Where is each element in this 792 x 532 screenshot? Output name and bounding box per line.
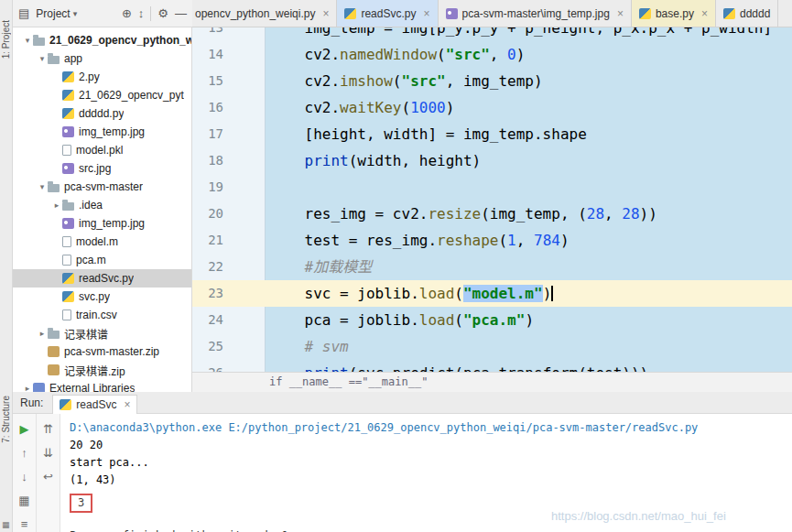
soft-wrap-button[interactable]: ↩: [40, 469, 57, 483]
zip-icon: [48, 346, 60, 357]
tree-item--idea[interactable]: ▸.idea: [13, 196, 191, 214]
close-tab-icon[interactable]: ×: [423, 7, 429, 20]
chevron-down-icon[interactable]: ▾: [37, 54, 48, 63]
tree-item-model-pkl[interactable]: model.pkl: [13, 141, 191, 159]
line-number: 17: [192, 121, 223, 147]
tab-label: opencv_python_weiqi.py: [195, 7, 315, 20]
code-token: ): [560, 232, 570, 249]
scroll-up-button[interactable]: ↑: [16, 445, 33, 460]
tool-windows-corner-icon[interactable]: ▦: [2, 520, 10, 529]
tree-item-label: img_temp.jpg: [79, 125, 145, 138]
editor-tab-readsvc-py[interactable]: readSvc.py×: [337, 0, 438, 27]
code-line-25[interactable]: 25 # svm: [192, 333, 792, 360]
locate-file-icon[interactable]: ⊕: [122, 7, 132, 19]
jump-to-top-button[interactable]: ⇈: [40, 421, 57, 436]
rerun-button[interactable]: ▶: [16, 421, 33, 436]
code-token: 1000: [410, 99, 446, 116]
code-token: 28: [622, 205, 639, 223]
code-line-23[interactable]: 23 svc = joblib.load("model.m"): [192, 280, 792, 307]
editor-tab-opencv-python-weiqi-py[interactable]: opencv_python_weiqi.py×: [192, 0, 337, 27]
console-input-value[interactable]: 3: [70, 494, 92, 513]
run-tab-label: readSvc: [76, 398, 116, 411]
folder-icon: [48, 56, 60, 64]
tool-stripe-structure-button[interactable]: 7: Structure: [1, 396, 12, 443]
console-menu-button[interactable]: ≡: [16, 516, 33, 531]
tree-item--zip[interactable]: 记录棋谱.zip: [13, 361, 191, 379]
code-line-17[interactable]: 17 [height, width] = img_temp.shape: [192, 121, 792, 147]
code-line-19[interactable]: 19: [192, 174, 792, 201]
tree-item-pca-m[interactable]: pca.m: [13, 251, 191, 269]
tree-item-img-temp-jpg[interactable]: img_temp.jpg: [13, 123, 191, 141]
breadcrumb-scope[interactable]: if __name__ =="__main__": [269, 375, 428, 388]
tree-item-svc-py[interactable]: svc.py: [13, 288, 191, 306]
code-token: namedWindow: [340, 46, 437, 63]
folder-icon: [48, 331, 60, 339]
close-tab-icon[interactable]: ×: [617, 7, 624, 20]
code-line-24[interactable]: 24 pca = joblib.load("pca.m"): [192, 307, 792, 333]
code-line-21[interactable]: 21 test = res_img.reshape(1, 784): [192, 227, 792, 254]
project-view-dropdown[interactable]: Project ▾: [36, 7, 77, 20]
tree-item-train-csv[interactable]: train.csv: [13, 306, 191, 324]
collapse-all-icon[interactable]: ↕: [138, 7, 145, 19]
code-line-26[interactable]: 26 print(svc.predict(pca.transform(test)…: [192, 360, 792, 372]
jump-to-end-button[interactable]: ⇊: [40, 445, 57, 460]
tree-item--[interactable]: ▸记录棋谱: [13, 324, 191, 342]
chevron-right-icon[interactable]: ▸: [22, 384, 33, 392]
close-run-tab-icon[interactable]: ×: [124, 398, 130, 411]
tree-item-external-libraries[interactable]: ▸External Libraries: [13, 379, 191, 392]
close-tab-icon[interactable]: ×: [701, 7, 708, 20]
tree-item-ddddd-py[interactable]: ddddd.py: [13, 104, 191, 123]
code-token: 28: [587, 205, 604, 223]
tree-item-label: 2.py: [79, 71, 100, 83]
code-line-20[interactable]: 20 res_img = cv2.resize(img_temp, (28, 2…: [192, 201, 792, 227]
tool-window-options-icon[interactable]: ▤: [18, 7, 29, 19]
code-editor[interactable]: 13 img_temp = img[p_y:p_y + p_height, p_…: [192, 27, 792, 372]
image-icon: [62, 126, 74, 137]
line-number: 16: [192, 94, 223, 121]
code-line-14[interactable]: 14 cv2.namedWindow("src", 0): [192, 41, 792, 68]
code-token: [269, 152, 305, 169]
line-number: 22: [192, 254, 223, 280]
tree-item-21-0629-opencv-pyt[interactable]: 21_0629_opencv_pyt: [13, 86, 191, 104]
chevron-down-icon[interactable]: ▾: [37, 182, 48, 191]
hide-panel-icon[interactable]: —: [175, 7, 187, 19]
code-token: , img_temp): [446, 72, 543, 90]
tree-item-app[interactable]: ▾app: [13, 49, 191, 68]
code-line-16[interactable]: 16 cv2.waitKey(1000): [192, 94, 792, 121]
tree-item-pca-svm-master[interactable]: ▾pca-svm-master: [13, 178, 191, 196]
tree-item-src-jpg[interactable]: src.jpg: [13, 159, 191, 178]
code-token: (: [454, 311, 463, 329]
code-line-18[interactable]: 18 print(width, height): [192, 147, 792, 174]
tool-stripe-project-button[interactable]: 1: Project: [1, 20, 12, 59]
code-token: ,: [490, 46, 507, 63]
editor-tab-base-py[interactable]: base.py×: [632, 0, 716, 27]
editor-tab-pca-svm-master-img-temp-jpg[interactable]: pca-svm-master\img_temp.jpg×: [439, 0, 632, 27]
layout-settings-button[interactable]: ▦: [16, 493, 33, 507]
tree-item-img-temp-jpg[interactable]: img_temp.jpg: [13, 214, 191, 233]
code-token: (: [498, 232, 507, 249]
code-line-22[interactable]: 22 #加载模型: [192, 254, 792, 280]
run-tab-readsvc[interactable]: readSvc ×: [52, 395, 137, 414]
code-token: (svc.predict(pca.transform(test))): [349, 364, 649, 372]
tree-item-2-py[interactable]: 2.py: [13, 68, 191, 86]
code-line-15[interactable]: 15 cv2.imshow("src", img_temp): [192, 68, 792, 94]
code-line-13[interactable]: 13 img_temp = img[p_y:p_y + p_height, p_…: [192, 27, 792, 41]
code-token: #加载模型: [305, 258, 373, 276]
chevron-right-icon[interactable]: ▸: [51, 201, 62, 210]
chevron-right-icon[interactable]: ▸: [37, 329, 48, 338]
code-token: "src": [446, 46, 490, 63]
console-command-line: D:\anaconda3\python.exe E:/python_projec…: [70, 419, 792, 437]
tree-item-21-0629-opencv-python-w[interactable]: ▾21_0629_opencv_python_w: [13, 31, 191, 49]
line-number: 18: [192, 147, 223, 174]
chevron-down-icon[interactable]: ▾: [22, 36, 33, 45]
editor-tab-ddddd[interactable]: ddddd: [716, 0, 778, 27]
tree-item-pca-svm-master-zip[interactable]: pca-svm-master.zip: [13, 342, 191, 361]
scroll-down-button[interactable]: ↓: [16, 469, 33, 483]
code-text: svc = joblib.load("model.m"): [269, 285, 553, 302]
tree-item-readsvc-py[interactable]: readSvc.py: [13, 269, 191, 288]
code-token: ): [516, 46, 526, 63]
close-tab-icon[interactable]: ×: [322, 7, 329, 20]
tree-item-model-m[interactable]: model.m: [13, 233, 191, 251]
python-file-icon: [344, 8, 356, 19]
settings-gear-icon[interactable]: ⚙: [157, 7, 168, 19]
